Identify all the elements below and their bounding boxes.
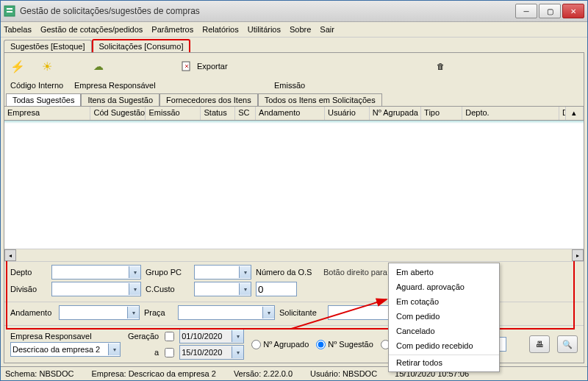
label-divisao: Divisão: [10, 285, 47, 293]
ctx-aguard-aprovacao[interactable]: Aguard. aprovação: [389, 279, 499, 294]
subtab-itens[interactable]: Itens da Sugestão: [81, 93, 159, 106]
col-cod[interactable]: Cód Sugestão: [90, 107, 146, 120]
col-emissao[interactable]: Emissão: [146, 107, 201, 120]
svg-rect-2: [7, 11, 12, 13]
tab-solicitacoes-consumo[interactable]: Solicitações [Consumo]: [92, 39, 191, 52]
menu-tabelas[interactable]: Tabelas: [4, 25, 32, 34]
check-a[interactable]: [165, 348, 174, 357]
lightning-icon[interactable]: ⚡: [10, 59, 25, 74]
status-empresa: Empresa: Descricao da empresa 2: [92, 369, 216, 378]
subtab-todos-itens[interactable]: Todos os Itens em Solicitações: [258, 93, 382, 106]
trash-icon[interactable]: 🗑: [434, 59, 448, 74]
combo-praca[interactable]: ▾: [178, 305, 275, 320]
scroll-left[interactable]: ◂: [4, 249, 16, 261]
toolbar: ⚡ ☀ ☁ Exportar 🗑: [4, 53, 584, 79]
label-praca: Praça: [144, 308, 173, 317]
label-emissao: Emissão: [274, 81, 305, 90]
tab-sugestoes-estoque[interactable]: Sugestões [Estoque]: [4, 40, 92, 52]
grid-body[interactable]: [4, 121, 584, 249]
menu-sair[interactable]: Sair: [320, 25, 334, 34]
main-panel: ⚡ ☀ ☁ Exportar 🗑 Código Interno Empresa …: [4, 52, 584, 363]
col-sc[interactable]: SC: [235, 107, 256, 120]
date-to[interactable]: ▾: [179, 345, 244, 360]
menu-utilitarios[interactable]: Utilitários: [248, 25, 281, 34]
export-label[interactable]: Exportar: [197, 62, 228, 71]
status-versao: Versão: 2.22.0.0: [234, 369, 293, 378]
label-solicitante: Solicitante: [279, 308, 323, 317]
ctx-com-pedido-recebido[interactable]: Com pedido recebido: [389, 338, 499, 353]
label-a: a: [154, 348, 159, 357]
label-ccusto: C.Custo: [146, 285, 190, 293]
subtab-fornecedores[interactable]: Fornecedores dos Itens: [159, 93, 258, 106]
window-title: Gestão de solicitações/sugestões de comp…: [20, 6, 515, 16]
header-labels: Código Interno Empresa Responsável Emiss…: [4, 79, 584, 91]
menubar: Tabelas Gestão de cotações/pedidos Parâm…: [1, 22, 587, 38]
cloud-icon[interactable]: ☁: [91, 59, 106, 74]
close-button[interactable]: ✕: [562, 4, 584, 18]
col-nagrupada[interactable]: Nº Agrupada: [370, 107, 421, 120]
scroll-up[interactable]: ▴: [566, 107, 584, 120]
status-schema: Schema: NBSDOC: [5, 369, 74, 378]
numero-os-input[interactable]: [256, 282, 297, 296]
ctx-retirar-todos[interactable]: Retirar todos: [389, 355, 499, 370]
top-tabs: Sugestões [Estoque] Solicitações [Consum…: [1, 38, 587, 52]
label-empresa-resp2: Empresa Responsavel: [10, 332, 121, 341]
ctx-cancelado[interactable]: Cancelado: [389, 324, 499, 338]
date-from[interactable]: ▾: [179, 329, 244, 343]
label-geracao: Geração: [128, 332, 159, 341]
grid-hscroll[interactable]: ◂ ▸: [4, 249, 584, 261]
sub-tabs: Todas Sugestões Itens da Sugestão Fornec…: [4, 91, 584, 107]
sun-icon[interactable]: ☀: [40, 59, 54, 74]
label-depto: Depto: [10, 268, 47, 277]
context-menu: Em aberto Aguard. aprovação Em cotação C…: [388, 263, 500, 372]
label-codigo: Código Interno: [10, 81, 65, 90]
combo-ccusto[interactable]: ▾: [194, 282, 251, 296]
titlebar: Gestão de solicitações/sugestões de comp…: [1, 1, 587, 22]
subtab-todas[interactable]: Todas Sugestões: [6, 93, 81, 106]
menu-relatorios[interactable]: Relatórios: [202, 25, 239, 34]
scroll-right[interactable]: ▸: [572, 249, 584, 261]
status-usuario: Usuário: NBSDOC: [310, 369, 377, 378]
combo-andamento[interactable]: ▾: [59, 305, 140, 320]
check-geracao[interactable]: [165, 332, 174, 341]
radio-nsugestao[interactable]: Nº Sugestão: [316, 340, 373, 349]
col-tipo[interactable]: Tipo: [421, 107, 462, 120]
app-window: Gestão de solicitações/sugestões de comp…: [0, 0, 588, 381]
col-depto[interactable]: Depto.: [462, 107, 559, 120]
label-empresa-resp: Empresa Responsável: [74, 81, 265, 90]
print-button[interactable]: 🖶: [529, 335, 550, 353]
combo-grupo[interactable]: ▾: [194, 265, 251, 279]
menu-gestao[interactable]: Gestão de cotações/pedidos: [40, 25, 143, 34]
col-empresa[interactable]: Empresa: [4, 107, 90, 120]
ctx-com-pedido[interactable]: Com pedido: [389, 309, 499, 324]
ctx-em-cotacao[interactable]: Em cotação: [389, 294, 499, 309]
search-button[interactable]: 🔍: [557, 335, 578, 353]
maximize-button[interactable]: ▢: [539, 4, 561, 18]
col-andamento[interactable]: Andamento: [256, 107, 325, 120]
menu-parametros[interactable]: Parâmetros: [151, 25, 193, 34]
col-status[interactable]: Status: [201, 107, 235, 120]
svg-rect-3: [182, 62, 190, 71]
svg-rect-1: [7, 8, 12, 10]
app-icon: [4, 5, 15, 17]
grid-header: Empresa Cód Sugestão Emissão Status SC A…: [4, 107, 584, 121]
minimize-button[interactable]: ─: [515, 4, 537, 18]
col-usuario[interactable]: Usuário: [325, 107, 370, 120]
ctx-em-aberto[interactable]: Em aberto: [389, 265, 499, 279]
label-andamento: Andamento: [10, 308, 54, 317]
radio-nagrupado[interactable]: Nº Agrupado: [251, 340, 309, 349]
combo-empresa-resp[interactable]: ▾: [10, 342, 121, 357]
menu-sobre[interactable]: Sobre: [290, 25, 311, 34]
label-numero-os: Número da O.S: [256, 268, 315, 277]
combo-divisao[interactable]: ▾: [51, 282, 141, 296]
export-icon[interactable]: [179, 59, 194, 74]
combo-depto[interactable]: ▾: [51, 265, 141, 279]
label-grupo: Grupo PC: [146, 268, 190, 277]
col-divisao[interactable]: Divisão: [559, 107, 566, 120]
